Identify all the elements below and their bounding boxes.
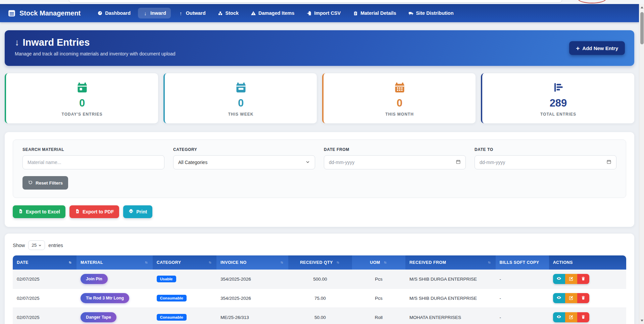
table-header-row: DATE MATERIAL CATEGORY INVOICE NO RECEIV… — [13, 255, 626, 270]
cell-received-from: MOHATA ENTERPRISES — [405, 308, 496, 324]
stat-card-this-week: 0 THIS WEEK — [163, 73, 317, 123]
stat-card-total-entries: 289 TOTAL ENTRIES — [481, 73, 634, 123]
row-actions — [553, 312, 589, 322]
chart-bars-icon — [486, 81, 631, 93]
page-size-select[interactable]: 25 — [28, 240, 45, 250]
column-header-actions: ACTIONS — [549, 255, 626, 270]
scrollbar-thumb[interactable] — [640, 12, 644, 44]
cell-date: 02/07/2025 — [13, 270, 77, 289]
view-button[interactable] — [553, 312, 565, 322]
page-scrollbar[interactable] — [639, 4, 644, 324]
date-to-label: DATE TO — [475, 147, 616, 152]
edit-button[interactable] — [565, 293, 577, 303]
cell-received-qty: 500.00 — [288, 270, 352, 289]
stat-label: TODAY'S ENTRIES — [9, 112, 155, 117]
table-row: 02/07/2025 Danger Tape Consumable ME/25-… — [13, 308, 626, 324]
trash-icon — [581, 276, 586, 282]
stat-card-this-month: 0 THIS MONTH — [322, 73, 476, 123]
export-excel-button[interactable]: Export to Excel — [13, 205, 65, 218]
nav-item-outward[interactable]: ↑ Outward — [174, 8, 210, 18]
edit-button[interactable] — [565, 312, 577, 322]
nav-item-import-csv[interactable]: Import CSV — [302, 8, 345, 18]
view-button[interactable] — [553, 274, 565, 284]
cell-received-from: M/S SHIB DURGA ENTERPRISE — [405, 270, 496, 289]
nav-item-site-distribution[interactable]: Site Distribution — [404, 8, 458, 18]
browser-artifact-strip — [0, 0, 644, 4]
filter-panel: SEARCH MATERIAL CATEGORY All Categories … — [13, 139, 626, 198]
cell-invoice: ME/25-26/313 — [216, 308, 288, 324]
delete-button[interactable] — [577, 312, 589, 322]
nav-items: Dashboard ↓ Inward ↑ Outward Stock Damag… — [93, 8, 458, 18]
clipboard-icon — [353, 10, 358, 16]
view-button[interactable] — [553, 293, 565, 303]
nav-item-damaged-items[interactable]: Damaged Items — [246, 8, 299, 18]
category-select[interactable]: All Categories — [173, 155, 315, 169]
scrollbar-up-arrow[interactable] — [639, 5, 644, 10]
cell-uom: Pcs — [352, 270, 405, 289]
caret-down-icon — [38, 244, 42, 247]
row-actions — [553, 274, 589, 284]
column-header-date[interactable]: DATE — [13, 255, 77, 270]
column-header-invoice-no[interactable]: INVOICE NO — [216, 255, 288, 270]
edit-button[interactable] — [565, 274, 577, 284]
sort-icon — [68, 260, 72, 265]
delete-button[interactable] — [577, 293, 589, 303]
trash-icon — [581, 315, 586, 320]
column-header-uom[interactable]: UOM — [352, 255, 405, 270]
trash-icon — [581, 295, 586, 301]
stat-value: 0 — [168, 97, 313, 109]
cell-invoice: 354/2025-2026 — [216, 270, 288, 289]
nav-item-dashboard[interactable]: Dashboard — [93, 8, 135, 18]
cell-uom: Roll — [352, 308, 405, 324]
column-header-category[interactable]: CATEGORY — [153, 255, 216, 270]
printer-icon — [129, 209, 134, 215]
eye-icon — [556, 295, 561, 301]
add-new-entry-button[interactable]: + Add New Entry — [569, 41, 625, 55]
date-from-input[interactable]: dd-mm-yyyy — [324, 155, 466, 169]
material-badge: Join Pin — [81, 274, 108, 284]
delete-button[interactable] — [577, 274, 589, 284]
red-annotation-artifact — [578, 0, 606, 3]
stat-value: 0 — [9, 97, 155, 109]
nav-item-inward[interactable]: ↓ Inward — [138, 8, 171, 18]
stats-row: 0 TODAY'S ENTRIES 0 THIS WEEK 0 THIS MON… — [5, 73, 634, 123]
print-button[interactable]: Print — [123, 205, 152, 218]
app-brand[interactable]: Stock Management — [7, 9, 81, 17]
stat-value: 289 — [486, 97, 631, 109]
table-row: 02/07/2025 Join Pin Usable 354/2025-2026… — [13, 270, 626, 289]
column-header-received-from[interactable]: RECEIVED FROM — [405, 255, 496, 270]
cubes-icon — [218, 10, 223, 16]
cell-bills-soft-copy: - — [496, 270, 549, 289]
nav-item-stock[interactable]: Stock — [213, 8, 244, 18]
reset-filters-button[interactable]: Reset Filters — [22, 176, 68, 190]
warning-triangle-icon — [251, 10, 256, 16]
search-material-label: SEARCH MATERIAL — [22, 147, 164, 152]
calendar-month-icon — [327, 81, 472, 93]
category-badge: Usable — [157, 276, 176, 282]
page-subtitle: Manage and track all incoming materials … — [15, 51, 624, 56]
sort-icon — [144, 260, 149, 265]
cell-bills-soft-copy: - — [496, 308, 549, 324]
cell-uom: Pcs — [352, 289, 405, 308]
export-row: Export to Excel Export to PDF Print — [13, 205, 626, 218]
category-badge: Consumable — [157, 314, 187, 321]
export-pdf-button[interactable]: Export to PDF — [69, 205, 119, 218]
column-header-bills-soft-copy: BILLS SOFT COPY — [496, 255, 549, 270]
scrollbar-down-arrow[interactable] — [639, 318, 644, 323]
gauge-icon — [97, 10, 103, 16]
calendar-icon — [456, 159, 461, 165]
search-material-input[interactable] — [22, 155, 164, 169]
material-badge: Danger Tape — [81, 312, 116, 322]
cell-received-qty: 50.00 — [288, 308, 352, 324]
column-header-material[interactable]: MATERIAL — [77, 255, 153, 270]
cell-received-qty: 75.00 — [288, 289, 352, 308]
column-header-received-qty[interactable]: RECEIVED QTY — [288, 255, 352, 270]
sort-icon — [336, 260, 340, 265]
nav-item-material-details[interactable]: Material Details — [348, 8, 401, 18]
undo-icon — [28, 180, 33, 186]
stat-card-today-s-entries: 0 TODAY'S ENTRIES — [5, 73, 158, 123]
date-to-input[interactable]: dd-mm-yyyy — [475, 155, 616, 169]
arrow-up-icon: ↑ — [178, 10, 184, 16]
page-header-banner: ↓ Inward Entries Manage and track all in… — [5, 30, 634, 66]
material-badge: Tie Rod 3 Mtr Long — [81, 293, 129, 303]
